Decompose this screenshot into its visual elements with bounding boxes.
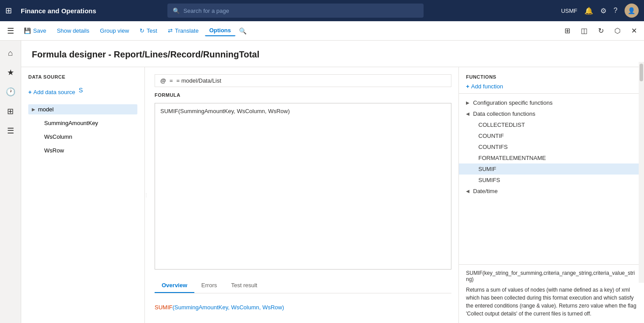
func-countif[interactable]: COUNTIF <box>459 130 644 141</box>
tab-overview[interactable]: Overview <box>155 278 194 293</box>
search-data-source-button[interactable]: S <box>79 87 83 94</box>
plus-icon: + <box>28 89 32 95</box>
options-button[interactable]: Options <box>205 25 235 36</box>
expand-arrow-datacollection: ◀ <box>466 111 470 116</box>
formula-path: = model/Data/List <box>176 77 221 84</box>
formula-panel: @ = = model/Data/List FORMULA SUMIF(Summ… <box>148 67 458 323</box>
group-view-button[interactable]: Group view <box>95 26 133 36</box>
settings-icon[interactable]: ⚙ <box>600 7 606 15</box>
tree-item-wscolumn[interactable]: WsColumn <box>41 132 137 142</box>
search-toolbar-icon[interactable]: 🔍 <box>239 27 246 34</box>
add-data-source-button[interactable]: + Add data source <box>28 89 75 95</box>
tab-errors[interactable]: Errors <box>194 278 224 293</box>
add-function-button[interactable]: + Add function <box>466 83 503 90</box>
data-source-title: DATA SOURCE <box>28 74 137 80</box>
func-sumif[interactable]: SUMIF <box>459 163 644 175</box>
close-icon[interactable]: ✕ <box>628 25 640 37</box>
func-name-preview: SUMIF <box>155 304 172 311</box>
overview-content: SUMIF(SummingAmountKey, WsColumn, WsRow) <box>155 299 451 316</box>
help-icon[interactable]: ? <box>614 7 617 15</box>
expand-arrow-datetime: ◀ <box>466 189 470 194</box>
func-description: SUMIF(key_string_for_summing,criteria_ra… <box>459 264 644 323</box>
tabs-bar: Overview Errors Test result <box>155 278 451 293</box>
formula-bar: @ = = model/Data/List <box>155 74 451 87</box>
search-input[interactable] <box>183 8 418 14</box>
personalize-icon[interactable]: ⊞ <box>561 25 574 37</box>
func-group-datacollection[interactable]: ◀ Data collection functions <box>459 108 644 119</box>
workspaces-icon[interactable]: ⊞ <box>2 103 19 120</box>
formula-section-title: FORMULA <box>155 92 451 98</box>
data-source-panel: DATA SOURCE + Add data source S ▶ model … <box>21 67 145 323</box>
grid-icon[interactable]: ⊞ <box>5 6 12 15</box>
func-group-config[interactable]: ▶ Configuration specific functions <box>459 97 644 108</box>
func-signature: SUMIF(key_string_for_summing,criteria_ra… <box>466 270 637 282</box>
user-company: USMF <box>561 8 577 14</box>
top-navigation: ⊞ Finance and Operations 🔍 USMF 🔔 ⚙ ? 👤 <box>0 0 644 21</box>
home-icon[interactable]: ⌂ <box>2 44 19 62</box>
func-formatelementname[interactable]: FORMATELEMENTNAME <box>459 152 644 163</box>
modules-icon[interactable]: ☰ <box>2 122 19 140</box>
tree-item-model[interactable]: ▶ model <box>28 104 137 114</box>
refresh-icon: ↻ <box>140 27 144 34</box>
scrollbar-thumb[interactable] <box>640 67 643 81</box>
tree-item-wsrow[interactable]: WsRow <box>41 145 137 156</box>
page-title: Formula designer - Report/Lines/Record/R… <box>21 41 644 67</box>
reload-icon[interactable]: ↻ <box>595 25 607 37</box>
functions-title: FUNCTIONS <box>466 74 637 80</box>
show-details-button[interactable]: Show details <box>53 26 94 36</box>
func-desc-text: Returns a sum of values of nodes (with n… <box>466 286 637 318</box>
expand-icon: ▶ <box>32 107 35 112</box>
tab-test-result[interactable]: Test result <box>224 278 264 293</box>
translate-icon: ⇄ <box>168 27 173 34</box>
expand-arrow-config: ▶ <box>466 100 470 105</box>
func-sumifs[interactable]: SUMIFS <box>459 175 644 186</box>
save-button[interactable]: 💾 Save <box>19 26 51 36</box>
functions-tree: ▶ Configuration specific functions ◀ Dat… <box>459 94 644 264</box>
formula-editor[interactable]: SUMIF(SummingAmountKey, WsColumn, WsRow) <box>155 103 451 270</box>
avatar[interactable]: 👤 <box>625 4 639 18</box>
functions-panel: FUNCTIONS + Add function ▶ Configuration… <box>458 67 644 323</box>
save-icon: 💾 <box>24 27 31 34</box>
hamburger-icon[interactable]: ☰ <box>7 26 14 36</box>
functions-header: FUNCTIONS + Add function <box>459 67 644 94</box>
func-group-datetime[interactable]: ◀ Date/time <box>459 186 644 197</box>
toolbar-right: ⊞ ◫ ↻ ⬡ ✕ <box>561 25 640 37</box>
content-area: Formula designer - Report/Lines/Record/R… <box>21 41 644 323</box>
formula-preview: SUMIF(SummingAmountKey, WsColumn, WsRow) <box>155 304 451 311</box>
left-sidebar: ⌂ ★ 🕐 ⊞ ☰ <box>0 41 21 323</box>
scrollbar-track[interactable] <box>639 67 644 283</box>
notification-icon[interactable]: 🔔 <box>584 7 593 15</box>
search-icon: 🔍 <box>173 8 180 14</box>
at-sign: @ <box>160 77 166 84</box>
search-box[interactable]: 🔍 <box>167 4 424 18</box>
tree-item-summingamountkey[interactable]: SummingAmountKey <box>41 118 137 128</box>
func-collectedlist[interactable]: COLLECTEDLIST <box>459 119 644 130</box>
translate-button[interactable]: ⇄ Translate <box>163 26 203 36</box>
func-countifs[interactable]: COUNTIFS <box>459 141 644 152</box>
top-nav-right: USMF 🔔 ⚙ ? 👤 <box>561 4 639 18</box>
office-icon[interactable]: ◫ <box>577 25 591 37</box>
main-area: ⌂ ★ 🕐 ⊞ ☰ Formula designer - Report/Line… <box>0 41 644 323</box>
designer-body: DATA SOURCE + Add data source S ▶ model … <box>21 67 644 323</box>
open-external-icon[interactable]: ⬡ <box>611 25 624 37</box>
toolbar: ☰ 💾 Save Show details Group view ↻ Test … <box>0 21 644 41</box>
favorites-icon[interactable]: ★ <box>2 64 19 81</box>
plus-icon-func: + <box>466 83 470 90</box>
app-title: Finance and Operations <box>21 7 96 15</box>
data-source-toolbar: + Add data source S <box>28 87 137 97</box>
recent-icon[interactable]: 🕐 <box>2 83 19 101</box>
test-button[interactable]: ↻ Test <box>135 26 162 36</box>
